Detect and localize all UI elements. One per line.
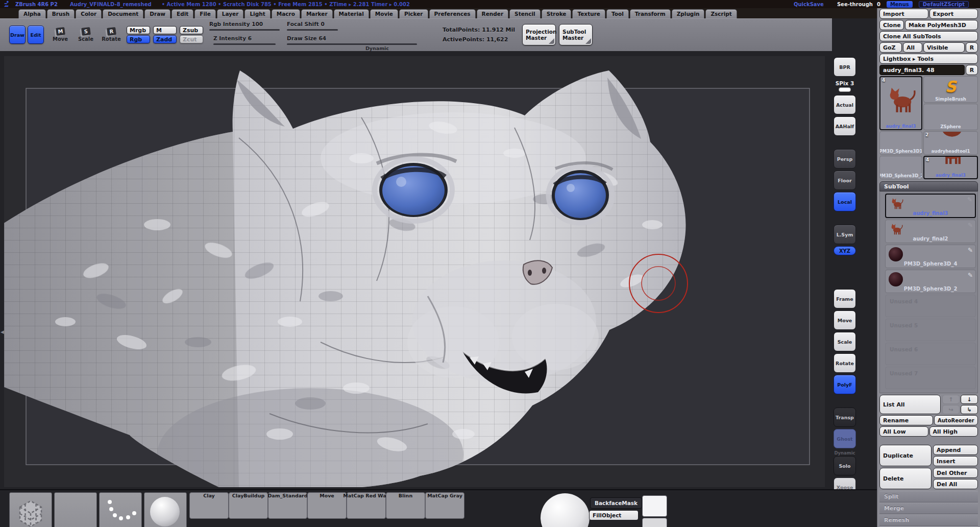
fill-object-button[interactable]: FillObject (589, 510, 639, 520)
subtool-move-up-hierarchy-button[interactable]: ↪ (942, 405, 960, 414)
menus-toggle-button[interactable]: Menus (887, 1, 913, 8)
list-all-button[interactable]: List All (879, 395, 941, 414)
export-button[interactable]: Export (929, 9, 978, 19)
brush-or-material-thumbnail[interactable]: ClayBuildup (229, 492, 268, 519)
import-button[interactable]: Import (879, 9, 928, 19)
shelf-button[interactable]: Local (834, 192, 856, 211)
see-through-slider[interactable]: See-through 0 (837, 2, 880, 7)
brush-or-material-thumbnail[interactable]: Dam_Standard (268, 492, 307, 519)
collapsed-section-header[interactable]: Remesh (879, 514, 978, 526)
goz-r-button[interactable]: R (966, 42, 978, 53)
duplicate-button[interactable]: Duplicate (879, 445, 932, 466)
make-polymesh3d-button[interactable]: Make PolyMesh3D (905, 20, 978, 30)
collapsed-section-header[interactable]: Merge (879, 502, 978, 514)
subtool-move-down-hierarchy-button[interactable]: ↳ (961, 405, 978, 414)
subtool-up-button[interactable]: ↑ (942, 395, 960, 404)
sculpt-brush-icon[interactable]: ✎ (968, 247, 973, 253)
rgb-intensity-slider[interactable]: Rgb Intensity 100 (209, 18, 280, 31)
tool-thumbnail-zsphere[interactable]: ZSphere (923, 104, 978, 130)
subtool-master-button[interactable]: SubTool Master (559, 24, 593, 45)
clone-button[interactable]: Clone (879, 20, 904, 30)
menu-tab[interactable]: Tool (606, 9, 629, 18)
rgb-intensity-track[interactable] (209, 29, 280, 31)
subtool-down-button[interactable]: ↓ (961, 395, 978, 404)
tool-r-button[interactable]: R (966, 65, 978, 75)
edit-mode-button[interactable]: Edit (28, 26, 44, 44)
active-tool-slider[interactable]: audry_final3. 48 (879, 65, 965, 75)
document-area[interactable] (4, 56, 825, 487)
sculpt-brush-icon[interactable]: ✎ (968, 222, 973, 228)
draw-size-slider[interactable]: Draw Size 64 Dynamic (287, 33, 417, 51)
shelf-button[interactable]: AAHalf (834, 116, 856, 136)
brush-or-material-thumbnail[interactable]: MatCap Gray (425, 492, 464, 519)
sculpt-brush-icon[interactable]: ✎ (967, 197, 972, 203)
del-other-button[interactable]: Del Other (933, 468, 978, 478)
focal-shift-track[interactable] (287, 29, 338, 31)
subtool-item[interactable]: ✎ PM3D_Sphere3D_4 (885, 245, 976, 268)
autoreorder-button[interactable]: AutoReorder (934, 415, 978, 425)
tool-thumbnail-current[interactable]: 4 audry_final3 (879, 76, 922, 130)
menu-tab[interactable]: Stroke (542, 9, 572, 18)
brush-or-material-thumbnail[interactable]: Move (307, 492, 347, 519)
menu-tab[interactable]: Edit (172, 9, 193, 18)
main-color-swatch[interactable] (642, 495, 667, 517)
shelf-button[interactable]: SPix 3 (834, 79, 856, 93)
menu-tab[interactable]: Marker (301, 9, 333, 18)
subtool-item[interactable]: ✎ audry_final3 (885, 194, 976, 218)
shelf-button[interactable]: L.Sym (834, 225, 856, 244)
transform-tool-button[interactable]: R Rotate (102, 28, 120, 42)
goz-all-button[interactable]: All (903, 42, 922, 53)
all-low-button[interactable]: All Low (879, 426, 928, 437)
projection-master-button[interactable]: Projection Master (522, 24, 556, 45)
mrgb-toggle[interactable]: Mrgb (127, 26, 150, 34)
menu-tab[interactable]: Draw (144, 9, 170, 18)
tool-thumbnail-sphere1[interactable]: PM3D_Sphere3D1 (879, 131, 922, 155)
zcut-toggle[interactable]: Zcut (180, 35, 203, 43)
del-all-button[interactable]: Del All (933, 479, 978, 489)
all-high-button[interactable]: All High (929, 426, 978, 437)
shelf-button[interactable]: Scale (834, 332, 856, 351)
menu-tab[interactable]: Document (103, 9, 143, 18)
goz-visible-button[interactable]: Visible (923, 42, 965, 53)
shelf-button[interactable]: Transp (834, 408, 856, 427)
lightbox-tools-button[interactable]: Lightbox ▸ Tools (879, 54, 978, 64)
insert-button[interactable]: Insert (933, 456, 978, 466)
delete-button[interactable]: Delete (879, 468, 932, 489)
goz-button[interactable]: GoZ (879, 42, 902, 53)
menu-tab[interactable]: Texture (572, 9, 605, 18)
transform-tool-button[interactable]: M Move (51, 28, 69, 42)
shelf-button[interactable]: PolyF (834, 375, 856, 394)
rename-button[interactable]: Rename (879, 415, 933, 425)
z-intensity-track[interactable] (213, 43, 276, 45)
subtool-item[interactable]: ✎ PM3D_Sphere3D_2 (885, 270, 976, 293)
shelf-button[interactable]: Rotate (834, 353, 856, 373)
draw-mode-button[interactable]: Draw (9, 26, 26, 44)
stroke-slot[interactable] (99, 492, 142, 527)
append-button[interactable]: Append (933, 445, 978, 455)
tool-thumbnail-simplebrush[interactable]: S SimpleBrush (923, 76, 978, 103)
shelf-button[interactable]: Persp (834, 149, 856, 169)
shelf-button[interactable]: Floor (834, 171, 856, 190)
tool-thumbnail-sphere2[interactable]: PM3D_Sphere3D_2 (879, 156, 922, 179)
menu-tab[interactable]: Zplugin (672, 9, 705, 18)
color-picker[interactable] (672, 491, 714, 527)
menu-tab[interactable]: Color (76, 9, 102, 18)
shelf-button[interactable]: Solo (834, 456, 856, 475)
sculpt-canvas[interactable]: ◀ (0, 51, 832, 489)
model-viewport[interactable] (4, 56, 825, 487)
menu-tab[interactable]: Layer (217, 9, 244, 18)
shelf-button[interactable] (834, 257, 856, 266)
shelf-button[interactable]: Move (834, 310, 856, 330)
subtool-section-header[interactable]: SubTool (879, 181, 978, 191)
shelf-button[interactable] (834, 268, 856, 276)
secondary-color-swatch[interactable] (642, 518, 667, 527)
menu-tab[interactable]: Brush (47, 9, 75, 18)
brush-or-material-thumbnail[interactable]: Clay (189, 492, 229, 519)
rgb-toggle[interactable]: Rgb (127, 35, 150, 43)
brush-or-material-thumbnail[interactable]: MatCap Red Wax (347, 492, 386, 519)
brush-or-material-thumbnail[interactable]: Blinn (386, 492, 425, 519)
alpha-slot[interactable] (54, 492, 97, 527)
zsub-toggle[interactable]: Zsub (180, 26, 203, 34)
transform-tool-button[interactable]: S Scale (77, 28, 95, 42)
focal-shift-slider[interactable]: Focal Shift 0 (287, 18, 338, 31)
